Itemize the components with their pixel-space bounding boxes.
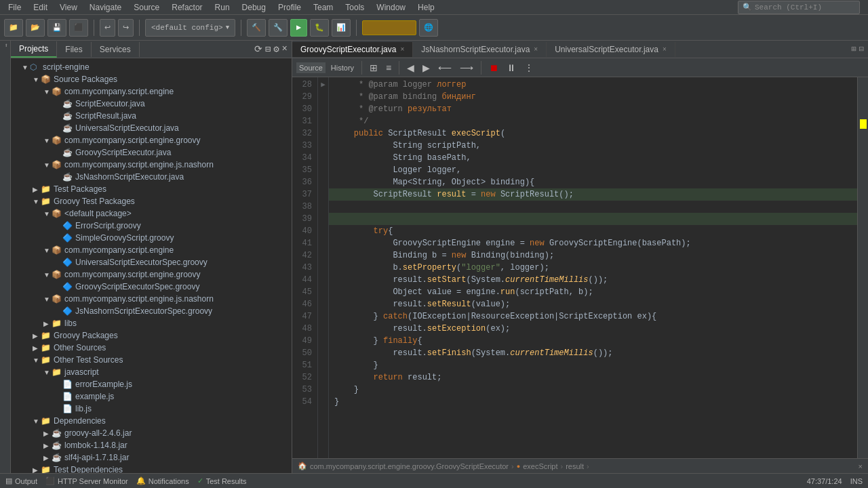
navigate-back-button[interactable]: ⟵ bbox=[435, 61, 454, 75]
tree-item-file-2[interactable]: ☕ ScriptResult.java bbox=[11, 110, 292, 122]
menu-team[interactable]: Team bbox=[308, 1, 338, 14]
tree-item-file-1[interactable]: ☕ ScriptExecutor.java bbox=[11, 98, 292, 110]
build-button[interactable]: 🔨 bbox=[247, 19, 266, 37]
menu-tools[interactable]: Tools bbox=[340, 1, 370, 14]
tree-item-pkg3[interactable]: ▼ 📦 com.mycompany.script.engine.js.nasho… bbox=[11, 159, 292, 171]
tree-item-pkg1[interactable]: ▼ 📦 com.mycompany.script.engine bbox=[11, 85, 292, 98]
tab-close-3[interactable]: × bbox=[663, 45, 667, 53]
navigator-button[interactable]: ⬅ bbox=[2, 43, 9, 47]
menu-source[interactable]: Source bbox=[128, 1, 165, 14]
warning-marker bbox=[860, 119, 867, 129]
tree-item-lombok-jar[interactable]: ▶ ☕ lombok-1.14.8.jar bbox=[11, 439, 292, 451]
menu-profile[interactable]: Profile bbox=[273, 1, 307, 14]
menu-edit[interactable]: Edit bbox=[28, 1, 53, 14]
tree-item-pkg2[interactable]: ▼ 📦 com.mycompany.script.engine.groovy bbox=[11, 134, 292, 146]
menu-run[interactable]: Run bbox=[210, 1, 235, 14]
code-content[interactable]: * @param logger логгер * @param binding … bbox=[329, 77, 857, 458]
tree-item-file-3[interactable]: ☕ UniversalScriptExecutor.java bbox=[11, 122, 292, 134]
menu-help[interactable]: Help bbox=[412, 1, 440, 14]
redo-button[interactable]: ↪ bbox=[118, 19, 134, 37]
tree-item-nashorn-spec[interactable]: 🔷 JsNashornScriptExecutorSpec.groovy bbox=[11, 305, 292, 317]
sync-icon[interactable]: ⟳ bbox=[254, 43, 262, 55]
toggle-view-button[interactable]: ⊞ bbox=[367, 61, 380, 75]
tree-item-groovy-test-packages[interactable]: ▼ 📁 Groovy Test Packages bbox=[11, 195, 292, 207]
tree-item-error-script[interactable]: 🔷 ErrorScript.groovy bbox=[11, 220, 292, 232]
insert-mode[interactable]: INS bbox=[850, 477, 863, 485]
tree-item-lib-js[interactable]: 📄 lib.js bbox=[11, 403, 292, 415]
tab-close-2[interactable]: × bbox=[534, 45, 538, 53]
tree-item-test-packages[interactable]: ▶ 📁 Test Packages bbox=[11, 183, 292, 195]
breadcrumb-result[interactable]: result bbox=[566, 462, 584, 470]
stop-button[interactable]: ⏹ bbox=[486, 61, 501, 75]
sidebar-tab-services[interactable]: Services bbox=[92, 42, 140, 57]
cursor-pos-label: 47:37/1:24 bbox=[807, 477, 842, 485]
editor-tab-universal[interactable]: UniversalScriptExecutor.java × bbox=[547, 42, 675, 57]
settings-icon[interactable]: ⚙ bbox=[273, 43, 279, 55]
menu-refactor[interactable]: Refactor bbox=[166, 1, 208, 14]
tree-item-default-pkg[interactable]: ▼ 📦 <default package> bbox=[11, 207, 292, 220]
tree-item-other-test-sources[interactable]: ▼ 📁 Other Test Sources bbox=[11, 354, 292, 366]
tree-item-pkg-groovy2[interactable]: ▼ 📦 com.mycompany.script.engine.groovy bbox=[11, 268, 292, 281]
pause-button[interactable]: ⏸ bbox=[504, 61, 519, 75]
undo-button[interactable]: ↩ bbox=[100, 19, 115, 37]
menu-debug[interactable]: Debug bbox=[237, 1, 271, 14]
tree-item-groovy-spec[interactable]: 🔷 GroovyScriptExecutorSpec.groovy bbox=[11, 281, 292, 293]
more-button[interactable]: ⋮ bbox=[521, 61, 536, 75]
sort-button[interactable]: ≡ bbox=[383, 61, 394, 75]
tree-item-test-dependencies[interactable]: ▶ 📁 Test Dependencies bbox=[11, 464, 292, 473]
minimize-icon[interactable]: ⊟ bbox=[859, 44, 864, 54]
output-button[interactable]: ▤ Output bbox=[5, 476, 37, 485]
debug-button[interactable]: 🐛 bbox=[310, 19, 329, 37]
menu-window[interactable]: Window bbox=[371, 1, 411, 14]
tree-item-file-groovy-exec[interactable]: ☕ GroovyScriptExecutor.java bbox=[11, 146, 292, 159]
close-breadcrumb-icon[interactable]: × bbox=[859, 462, 863, 470]
tree-item-groovy-jar[interactable]: ▶ ☕ groovy-all-2.4.6.jar bbox=[11, 427, 292, 439]
editor-tab-groovy-exec[interactable]: GroovyScriptExecutor.java × bbox=[292, 42, 413, 57]
test-results-button[interactable]: ✓ Test Results bbox=[197, 476, 247, 485]
save-all-button[interactable]: ⬛ bbox=[69, 19, 88, 37]
next-button[interactable]: ▶ bbox=[420, 61, 433, 75]
tree-item-example-js[interactable]: 📄 example.js bbox=[11, 390, 292, 403]
tree-item-groovy-packages[interactable]: ▶ 📁 Groovy Packages bbox=[11, 329, 292, 342]
menu-navigate[interactable]: Navigate bbox=[84, 1, 127, 14]
source-tab-button[interactable]: Source bbox=[296, 62, 326, 73]
notifications-button[interactable]: 🔔 Notifications bbox=[136, 476, 189, 485]
sidebar-tab-projects[interactable]: Projects bbox=[11, 41, 57, 58]
close-icon[interactable]: × bbox=[282, 43, 288, 55]
profile-button[interactable]: 📊 bbox=[332, 19, 351, 37]
tree-item-simple-groovy[interactable]: 🔷 SimpleGroovyScript.groovy bbox=[11, 232, 292, 244]
collapse-icon[interactable]: ⊟ bbox=[265, 43, 271, 55]
tree-item-pkg-nashorn2[interactable]: ▼ 📦 com.mycompany.script.engine.js.nasho… bbox=[11, 293, 292, 305]
tree-item-libs[interactable]: ▶ 📁 libs bbox=[11, 317, 292, 329]
tree-item-error-example-js[interactable]: 📄 errorExample.js bbox=[11, 378, 292, 390]
tree-item-nashorn[interactable]: ☕ JsNashornScriptExecutor.java bbox=[11, 171, 292, 183]
tree-item-pkg-engine2[interactable]: ▼ 📦 com.mycompany.script.engine bbox=[11, 244, 292, 256]
breadcrumb-class[interactable]: com.mycompany.script.engine.groovy.Groov… bbox=[310, 462, 509, 470]
sidebar-tab-files[interactable]: Files bbox=[57, 42, 91, 57]
open-button[interactable]: 📂 bbox=[26, 19, 45, 37]
editor-tab-nashorn[interactable]: JsNashornScriptExecutor.java × bbox=[413, 42, 547, 57]
run-button[interactable]: ▶ bbox=[290, 19, 307, 37]
tree-item-javascript[interactable]: ▼ 📁 javascript bbox=[11, 366, 292, 378]
menu-view[interactable]: View bbox=[54, 1, 83, 14]
http-monitor-button[interactable]: ⬛ HTTP Server Monitor bbox=[45, 476, 128, 485]
maximize-icon[interactable]: ⊞ bbox=[852, 44, 856, 54]
tab-close-1[interactable]: × bbox=[400, 45, 404, 53]
global-search-box[interactable]: 🔍 Search (Ctrl+I) bbox=[738, 1, 860, 14]
history-tab-button[interactable]: History bbox=[328, 62, 357, 73]
tree-item-source-packages[interactable]: ▼ 📦 Source Packages bbox=[11, 73, 292, 85]
globe-button[interactable]: 🌐 bbox=[419, 19, 438, 37]
new-project-button[interactable]: 📁 bbox=[4, 19, 23, 37]
save-button[interactable]: 💾 bbox=[47, 19, 66, 37]
clean-button[interactable]: 🔧 bbox=[269, 19, 288, 37]
tree-item-dependencies[interactable]: ▼ 📁 Dependencies bbox=[11, 415, 292, 427]
config-dropdown[interactable]: <default config> ▼ bbox=[145, 19, 235, 37]
prev-button[interactable]: ◀ bbox=[404, 61, 417, 75]
breadcrumb-method[interactable]: execScript bbox=[523, 462, 557, 470]
navigate-forward-button[interactable]: ⟶ bbox=[457, 61, 476, 75]
tree-item-project[interactable]: ▼ ⬡ script-engine bbox=[11, 61, 292, 73]
tree-item-universal-spec[interactable]: 🔷 UniversalScriptExecutorSpec.groovy bbox=[11, 256, 292, 268]
tree-item-slf4j-jar[interactable]: ▶ ☕ slf4j-api-1.7.18.jar bbox=[11, 451, 292, 464]
tree-item-other-sources[interactable]: ▶ 📁 Other Sources bbox=[11, 342, 292, 354]
menu-file[interactable]: File bbox=[3, 1, 26, 14]
